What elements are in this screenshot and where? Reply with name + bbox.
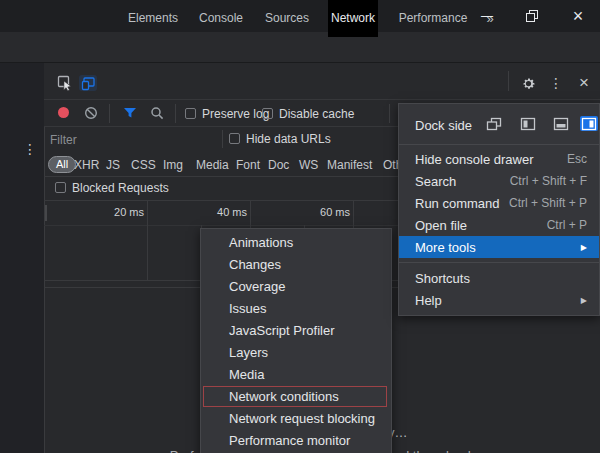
menu-item-hide-console-drawer[interactable]: Hide console drawer Esc <box>399 148 599 170</box>
devtools-tabbar <box>44 63 600 100</box>
restore-icon <box>526 10 538 22</box>
actionbar-divider3 <box>389 104 390 123</box>
timeline-tick-20ms: 20 ms <box>104 206 144 218</box>
page-kebab-icon[interactable]: ⋮ <box>23 141 37 157</box>
type-filter-font[interactable]: Font <box>236 159 260 171</box>
submenu-arrow-icon: ▶ <box>581 243 587 252</box>
menu-separator <box>399 144 599 145</box>
menu-item-search[interactable]: Search Ctrl + Shift + F <box>399 170 599 192</box>
more-tabs-chevron[interactable]: » <box>480 0 500 37</box>
dock-undock-button[interactable] <box>485 116 503 131</box>
type-filter-ws[interactable]: WS <box>299 159 318 171</box>
window-restore-button[interactable] <box>515 4 549 28</box>
blocked-requests-checkbox[interactable] <box>55 182 66 193</box>
submenu-item-javascript-profiler[interactable]: JavaScript Profiler <box>201 320 391 342</box>
device-toolbar-icon[interactable] <box>79 75 97 91</box>
type-filter-img[interactable]: Img <box>163 159 183 171</box>
record-button[interactable] <box>58 107 69 118</box>
menu-label: Search <box>415 174 456 189</box>
devtools-close-icon[interactable]: × <box>575 74 593 92</box>
timeline-scroll-notch <box>45 205 47 221</box>
type-filter-media[interactable]: Media <box>196 159 229 171</box>
submenu-item-animations[interactable]: Animations <box>201 232 391 254</box>
actionbar-divider2 <box>175 104 176 123</box>
tab-console[interactable]: Console <box>192 0 250 37</box>
tabbar-divider <box>508 71 509 91</box>
type-filter-css[interactable]: CSS <box>131 159 156 171</box>
timeline-gridline-major <box>147 201 148 280</box>
filter-row-divider <box>222 130 223 148</box>
menu-label: More tools <box>415 240 476 255</box>
dock-left-button[interactable] <box>519 116 537 131</box>
menu-shortcut: Ctrl + Shift + F <box>510 174 587 188</box>
more-tools-submenu: Animations Changes Coverage Issues JavaS… <box>200 228 392 453</box>
submenu-arrow-icon: ▶ <box>581 296 587 305</box>
type-filter-doc[interactable]: Doc <box>268 159 289 171</box>
tab-elements[interactable]: Elements <box>125 0 181 37</box>
dock-side-label: Dock side <box>415 118 472 133</box>
submenu-item-layers[interactable]: Layers <box>201 342 391 364</box>
menu-label: Help <box>415 293 442 308</box>
blocked-requests-label: Blocked Requests <box>72 182 169 194</box>
devtools-menu-kebab-icon[interactable]: ⋮ <box>548 74 564 92</box>
menu-shortcut: Ctrl + P <box>547 218 587 232</box>
menu-item-shortcuts[interactable]: Shortcuts <box>399 267 599 289</box>
window-close-button[interactable]: × <box>561 4 595 28</box>
preserve-log-checkbox[interactable] <box>185 108 196 119</box>
filter-funnel-icon[interactable] <box>123 107 137 120</box>
menu-shortcut: Ctrl + Shift + P <box>509 196 587 210</box>
timeline-tick-60ms: 60 ms <box>310 206 350 218</box>
menu-shortcut: Esc <box>567 152 587 166</box>
search-icon[interactable] <box>150 106 164 120</box>
hide-data-urls-label: Hide data URLs <box>246 133 331 145</box>
menu-item-more-tools[interactable]: More tools ▶ <box>399 236 599 258</box>
actionbar-divider <box>109 104 110 123</box>
menu-label: Shortcuts <box>415 271 470 286</box>
submenu-item-performance-monitor[interactable]: Performance monitor <box>201 430 391 452</box>
menu-item-help[interactable]: Help ▶ <box>399 289 599 311</box>
tab-network[interactable]: Network <box>328 0 378 37</box>
clear-icon[interactable] <box>84 106 98 120</box>
tab-performance[interactable]: Performance <box>398 0 468 37</box>
dock-bottom-button[interactable] <box>552 116 570 131</box>
timeline-tick-40ms: 40 ms <box>207 206 247 218</box>
preserve-log-label: Preserve log <box>202 108 269 120</box>
menu-item-open-file[interactable]: Open file Ctrl + P <box>399 214 599 236</box>
type-filter-all[interactable]: All <box>48 156 76 173</box>
type-filter-manifest[interactable]: Manifest <box>327 159 372 171</box>
tab-sources[interactable]: Sources <box>259 0 315 37</box>
submenu-item-coverage[interactable]: Coverage <box>201 276 391 298</box>
page-content-strip: ⋮ <box>0 63 44 453</box>
disable-cache-checkbox[interactable] <box>262 108 273 119</box>
submenu-item-changes[interactable]: Changes <box>201 254 391 276</box>
type-filter-js[interactable]: JS <box>106 159 120 171</box>
close-icon: × <box>573 6 584 27</box>
devtools-main-menu: Dock side Hide console drawer Esc Search… <box>398 103 600 316</box>
menu-label: Hide console drawer <box>415 152 534 167</box>
menu-separator2 <box>399 262 599 263</box>
inspect-element-icon[interactable] <box>56 75 74 91</box>
submenu-item-media[interactable]: Media <box>201 364 391 386</box>
hide-data-urls-checkbox[interactable] <box>229 133 240 144</box>
menu-label: Run command <box>415 196 500 211</box>
type-filter-xhr[interactable]: XHR <box>74 159 99 171</box>
submenu-item-issues[interactable]: Issues <box>201 298 391 320</box>
dock-right-button-selected[interactable] <box>580 116 598 131</box>
devtools-settings-gear-icon[interactable] <box>519 74 537 92</box>
disable-cache-label: Disable cache <box>279 108 354 120</box>
submenu-item-network-request-blocking[interactable]: Network request blocking <box>201 408 391 430</box>
filter-input[interactable] <box>48 130 217 150</box>
submenu-item-network-conditions[interactable]: Network conditions <box>201 386 391 408</box>
menu-label: Open file <box>415 218 467 233</box>
menu-item-run-command[interactable]: Run command Ctrl + Shift + P <box>399 192 599 214</box>
